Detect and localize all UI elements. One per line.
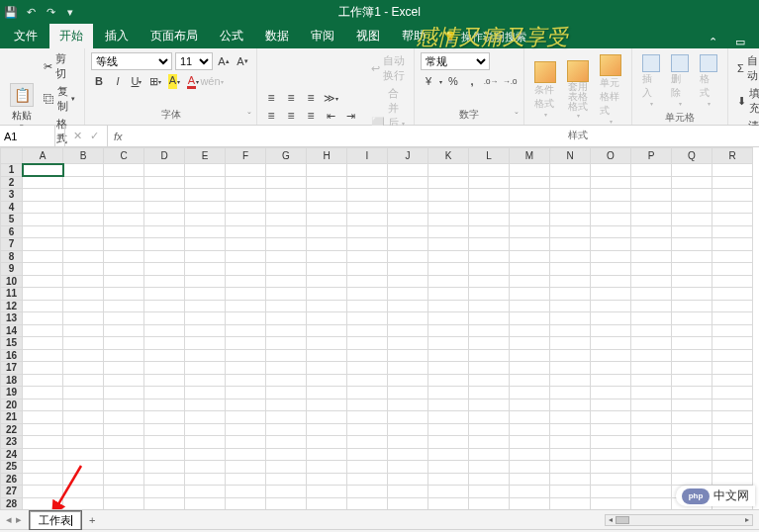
cell[interactable] xyxy=(388,362,428,375)
cell[interactable] xyxy=(672,189,712,202)
italic-button[interactable]: I xyxy=(110,73,126,89)
cell[interactable] xyxy=(185,312,226,325)
cell[interactable] xyxy=(347,349,388,362)
row-header[interactable]: 15 xyxy=(1,337,23,350)
cell[interactable] xyxy=(226,436,266,449)
cell[interactable] xyxy=(63,225,104,238)
cell[interactable] xyxy=(428,473,469,486)
cell[interactable] xyxy=(185,374,226,387)
cell[interactable] xyxy=(591,337,631,350)
cell[interactable] xyxy=(550,201,591,214)
cell[interactable] xyxy=(388,486,428,498)
cell[interactable] xyxy=(428,324,469,337)
cell[interactable] xyxy=(428,411,469,424)
cell[interactable] xyxy=(63,337,104,350)
cell[interactable] xyxy=(550,387,591,399)
cell[interactable] xyxy=(347,448,388,461)
cell[interactable] xyxy=(631,362,672,375)
cell[interactable] xyxy=(144,263,185,276)
cell[interactable] xyxy=(672,164,712,177)
cell[interactable] xyxy=(428,497,469,509)
cell[interactable] xyxy=(712,250,753,263)
cell[interactable] xyxy=(23,486,63,498)
cell[interactable] xyxy=(307,486,347,498)
cell[interactable] xyxy=(185,300,226,312)
cell[interactable] xyxy=(266,201,307,214)
cell[interactable] xyxy=(591,263,631,276)
cell[interactable] xyxy=(510,288,550,301)
row-header[interactable]: 13 xyxy=(1,312,23,325)
cell[interactable] xyxy=(591,473,631,486)
cell[interactable] xyxy=(104,448,144,461)
row-header[interactable]: 27 xyxy=(1,486,23,498)
cell[interactable] xyxy=(144,288,185,301)
row-header[interactable]: 18 xyxy=(1,374,23,387)
cell[interactable] xyxy=(428,387,469,399)
cell[interactable] xyxy=(104,461,144,474)
col-header[interactable]: A xyxy=(23,148,63,164)
cell[interactable] xyxy=(307,349,347,362)
cell[interactable] xyxy=(226,349,266,362)
cell[interactable] xyxy=(347,201,388,214)
cell[interactable] xyxy=(63,189,104,202)
cell[interactable] xyxy=(510,436,550,449)
cell[interactable] xyxy=(510,312,550,325)
cell[interactable] xyxy=(63,176,104,189)
cell[interactable] xyxy=(591,423,631,436)
cell[interactable] xyxy=(428,423,469,436)
cell[interactable] xyxy=(631,238,672,251)
cell[interactable] xyxy=(226,201,266,214)
conditional-format-button[interactable]: 条件格式▾ xyxy=(530,59,560,120)
cell[interactable] xyxy=(144,312,185,325)
cell[interactable] xyxy=(226,324,266,337)
cell[interactable] xyxy=(307,387,347,399)
cell[interactable] xyxy=(185,473,226,486)
tab-review[interactable]: 审阅 xyxy=(301,24,344,48)
cell[interactable] xyxy=(510,349,550,362)
cell[interactable] xyxy=(469,176,510,189)
cell[interactable] xyxy=(712,238,753,251)
cell[interactable] xyxy=(347,423,388,436)
tab-insert[interactable]: 插入 xyxy=(95,24,139,48)
cell[interactable] xyxy=(672,399,712,411)
cell[interactable] xyxy=(510,176,550,189)
cell[interactable] xyxy=(307,176,347,189)
cell[interactable] xyxy=(185,436,226,449)
cell[interactable] xyxy=(469,349,510,362)
sheet-nav-next-icon[interactable]: ▸ xyxy=(16,513,22,526)
cell[interactable] xyxy=(347,214,388,226)
name-box-dropdown[interactable]: ▾ xyxy=(55,126,65,146)
cell[interactable] xyxy=(185,189,226,202)
cell[interactable] xyxy=(631,176,672,189)
cell[interactable] xyxy=(266,214,307,226)
cell[interactable] xyxy=(144,250,185,263)
align-bottom-button[interactable] xyxy=(303,90,319,106)
cell[interactable] xyxy=(672,300,712,312)
fill-color-button[interactable]: A▾ xyxy=(166,73,182,89)
cell[interactable] xyxy=(469,263,510,276)
underline-button[interactable]: U▾ xyxy=(129,73,144,89)
save-icon[interactable]: 💾 xyxy=(4,6,18,20)
cell[interactable] xyxy=(672,362,712,375)
cell[interactable] xyxy=(104,387,144,399)
cell[interactable] xyxy=(672,312,712,325)
cell[interactable] xyxy=(144,411,185,424)
border-button[interactable]: ⊞▾ xyxy=(147,73,163,89)
cell[interactable] xyxy=(510,486,550,498)
cell[interactable] xyxy=(63,399,104,411)
cell[interactable] xyxy=(550,238,591,251)
cell[interactable] xyxy=(591,300,631,312)
cell[interactable] xyxy=(63,201,104,214)
cell[interactable] xyxy=(104,337,144,350)
cell[interactable] xyxy=(631,225,672,238)
row-header[interactable]: 22 xyxy=(1,423,23,436)
cell[interactable] xyxy=(469,448,510,461)
cell[interactable] xyxy=(510,275,550,288)
cell[interactable] xyxy=(307,201,347,214)
cell[interactable] xyxy=(469,497,510,509)
col-header[interactable]: M xyxy=(510,148,550,164)
sheet-nav-prev-icon[interactable]: ◂ xyxy=(6,513,12,526)
cell[interactable] xyxy=(63,497,104,509)
cell[interactable] xyxy=(347,387,388,399)
phonetic-button[interactable]: wén▾ xyxy=(204,73,220,89)
